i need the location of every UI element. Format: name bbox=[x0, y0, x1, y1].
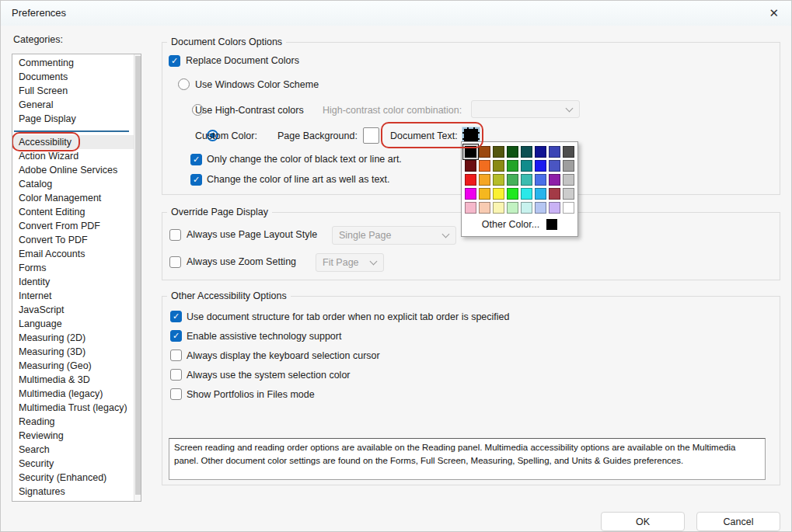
color-swatch[interactable] bbox=[493, 174, 504, 186]
always-use-page-layout-checkbox[interactable] bbox=[169, 229, 181, 241]
color-swatch[interactable] bbox=[521, 160, 532, 172]
sidebar-item-email-accounts[interactable]: Email Accounts bbox=[12, 247, 134, 261]
color-swatch[interactable] bbox=[507, 188, 518, 200]
color-swatch[interactable] bbox=[479, 174, 490, 186]
checkbox[interactable] bbox=[170, 388, 182, 400]
sidebar-item-forms[interactable]: Forms bbox=[12, 261, 134, 275]
color-swatch[interactable] bbox=[521, 146, 532, 158]
color-swatch[interactable] bbox=[493, 188, 504, 200]
color-swatch[interactable] bbox=[507, 202, 518, 214]
zoom-setting-select[interactable]: Fit Page bbox=[316, 253, 384, 272]
sidebar-item-language[interactable]: Language bbox=[12, 317, 134, 331]
color-swatch[interactable] bbox=[493, 202, 504, 214]
sidebar-item-signatures[interactable]: Signatures bbox=[12, 485, 134, 499]
sidebar-item-general[interactable]: General bbox=[12, 98, 134, 112]
color-swatch[interactable] bbox=[465, 160, 476, 172]
color-swatch[interactable] bbox=[563, 188, 574, 200]
always-use-zoom-checkbox[interactable] bbox=[169, 256, 181, 268]
color-swatch[interactable] bbox=[535, 188, 546, 200]
sidebar-item-documents[interactable]: Documents bbox=[12, 70, 134, 84]
color-swatch[interactable] bbox=[563, 160, 574, 172]
option-row: Use document structure for tab order whe… bbox=[170, 311, 510, 322]
sidebar-item-action-wizard[interactable]: Action Wizard bbox=[12, 149, 134, 163]
sidebar-item-multimedia-3d[interactable]: Multimedia & 3D bbox=[12, 373, 134, 387]
color-swatch[interactable] bbox=[493, 146, 504, 158]
sidebar-item-reading[interactable]: Reading bbox=[12, 415, 134, 429]
color-swatch[interactable] bbox=[549, 160, 560, 172]
color-swatch[interactable] bbox=[549, 146, 560, 158]
color-swatch[interactable] bbox=[549, 188, 560, 200]
color-swatch[interactable] bbox=[507, 146, 518, 158]
title-bar: Preferences ✕ bbox=[1, 1, 791, 26]
sidebar-item-measuring-geo[interactable]: Measuring (Geo) bbox=[12, 359, 134, 373]
sidebar-item-page-display[interactable]: Page Display bbox=[12, 112, 134, 126]
replace-document-colors-checkbox[interactable] bbox=[169, 55, 180, 67]
sidebar-item-multimedia-legacy[interactable]: Multimedia (legacy) bbox=[12, 387, 134, 401]
sidebar-item-search[interactable]: Search bbox=[12, 443, 134, 457]
color-swatch[interactable] bbox=[521, 202, 532, 214]
color-swatch[interactable] bbox=[535, 202, 546, 214]
color-swatch[interactable] bbox=[549, 202, 560, 214]
high-contrast-combination-select[interactable] bbox=[471, 100, 580, 118]
current-color-swatch bbox=[546, 219, 557, 230]
color-swatch[interactable] bbox=[521, 174, 532, 186]
change-line-art-checkbox[interactable] bbox=[190, 174, 202, 186]
scrollbar[interactable] bbox=[134, 54, 141, 501]
checkbox[interactable] bbox=[170, 349, 182, 361]
only-change-black-checkbox[interactable] bbox=[190, 154, 202, 165]
other-color-row[interactable]: Other Color... bbox=[465, 216, 574, 233]
sidebar-item-adobe-online-services[interactable]: Adobe Online Services bbox=[12, 163, 134, 177]
sidebar-item-internet[interactable]: Internet bbox=[12, 289, 134, 303]
color-swatch[interactable] bbox=[479, 160, 490, 172]
color-swatch[interactable] bbox=[507, 160, 518, 172]
sidebar-item-security[interactable]: Security bbox=[12, 457, 134, 471]
color-swatch[interactable] bbox=[465, 146, 476, 158]
checkbox[interactable] bbox=[170, 369, 182, 381]
sidebar-item-javascript[interactable]: JavaScript bbox=[12, 303, 134, 317]
color-swatch[interactable] bbox=[535, 146, 546, 158]
sidebar-item-measuring-2d[interactable]: Measuring (2D) bbox=[12, 331, 134, 345]
ok-button[interactable]: OK bbox=[601, 512, 685, 531]
color-swatch[interactable] bbox=[479, 188, 490, 200]
color-swatch[interactable] bbox=[535, 160, 546, 172]
color-swatch[interactable] bbox=[479, 202, 490, 214]
color-swatch[interactable] bbox=[465, 188, 476, 200]
sidebar-item-reviewing[interactable]: Reviewing bbox=[12, 429, 134, 443]
sidebar-item-convert-from-pdf[interactable]: Convert From PDF bbox=[12, 219, 134, 233]
high-contrast-combination-label: High-contrast color combination: bbox=[323, 104, 462, 116]
color-swatch[interactable] bbox=[549, 174, 560, 186]
color-swatch[interactable] bbox=[465, 202, 476, 214]
sidebar-item-full-screen[interactable]: Full Screen bbox=[12, 84, 134, 98]
scrollbar-thumb[interactable] bbox=[135, 56, 141, 495]
checkbox[interactable] bbox=[170, 311, 182, 322]
color-swatch[interactable] bbox=[521, 188, 532, 200]
sidebar-item-catalog[interactable]: Catalog bbox=[12, 177, 134, 191]
color-swatch[interactable] bbox=[493, 160, 504, 172]
sidebar-item-commenting[interactable]: Commenting bbox=[12, 56, 134, 70]
page-background-swatch[interactable] bbox=[363, 127, 379, 144]
chevron-down-icon bbox=[442, 231, 450, 238]
checkbox[interactable] bbox=[170, 330, 182, 342]
color-swatch[interactable] bbox=[465, 174, 476, 186]
sidebar-item-multimedia-trust-legacy[interactable]: Multimedia Trust (legacy) bbox=[12, 401, 134, 415]
sidebar-item-color-management[interactable]: Color Management bbox=[12, 191, 134, 205]
cancel-button[interactable]: Cancel bbox=[696, 512, 780, 531]
categories-items: CommentingDocumentsFull ScreenGeneralPag… bbox=[12, 56, 134, 499]
use-windows-color-scheme-radio[interactable] bbox=[178, 78, 190, 90]
close-icon[interactable]: ✕ bbox=[764, 5, 783, 22]
color-swatch[interactable] bbox=[535, 174, 546, 186]
color-swatch[interactable] bbox=[507, 174, 518, 186]
color-swatch[interactable] bbox=[563, 146, 574, 158]
color-swatch[interactable] bbox=[479, 146, 490, 158]
sidebar-item-convert-to-pdf[interactable]: Convert To PDF bbox=[12, 233, 134, 247]
custom-color-label: Custom Color: bbox=[195, 130, 257, 142]
sidebar-item-security-enhanced[interactable]: Security (Enhanced) bbox=[12, 471, 134, 485]
sidebar-item-accessibility[interactable]: Accessibility bbox=[12, 135, 134, 149]
sidebar-item-content-editing[interactable]: Content Editing bbox=[12, 205, 134, 219]
color-swatch[interactable] bbox=[563, 174, 574, 186]
page-layout-select[interactable]: Single Page bbox=[332, 226, 456, 245]
sidebar-item-measuring-3d[interactable]: Measuring (3D) bbox=[12, 345, 134, 359]
sidebar-item-identity[interactable]: Identity bbox=[12, 275, 134, 289]
checkbox-label: Use document structure for tab order whe… bbox=[187, 311, 510, 323]
color-swatch[interactable] bbox=[563, 202, 574, 214]
